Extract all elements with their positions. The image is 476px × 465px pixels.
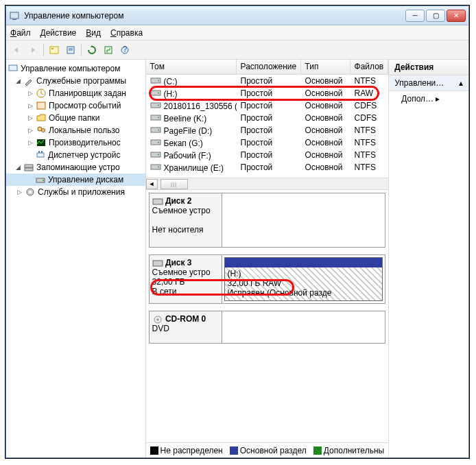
col-fs[interactable]: Файлов bbox=[350, 60, 389, 74]
svg-rect-19 bbox=[25, 165, 33, 167]
expand-icon[interactable]: ▷ bbox=[27, 90, 34, 97]
scroll-thumb[interactable]: ||| bbox=[160, 179, 188, 189]
svg-rect-42 bbox=[153, 261, 163, 266]
chevron-right-icon: ▸ bbox=[436, 94, 440, 104]
legend: Не распределен Основной раздел Дополните… bbox=[146, 442, 389, 457]
maximize-button[interactable]: ▢ bbox=[426, 10, 445, 22]
navigation-tree[interactable]: Управление компьютером ◢Служебные програ… bbox=[6, 60, 146, 457]
partition[interactable]: (H:) 32,00 ГБ RAW Исправен (Основной раз… bbox=[224, 257, 383, 301]
disk-empty bbox=[222, 193, 385, 247]
mmc-button[interactable] bbox=[47, 43, 62, 58]
volume-icon bbox=[150, 88, 161, 97]
table-row[interactable]: 20180116_130556 (I:)ПростойОсновнойCDFS bbox=[146, 99, 389, 112]
app-icon bbox=[9, 10, 20, 21]
disk-block[interactable]: Диск 3 Съемное устро 32,00 ГБ В сети (H:… bbox=[149, 254, 386, 304]
window-title: Управление компьютером bbox=[24, 11, 404, 21]
svg-point-22 bbox=[43, 180, 44, 181]
expand-icon[interactable]: ▷ bbox=[16, 189, 23, 196]
properties-button[interactable] bbox=[63, 43, 78, 58]
swatch-primary bbox=[230, 446, 238, 455]
expand-icon[interactable]: ▷ bbox=[27, 102, 34, 110]
svg-rect-20 bbox=[25, 168, 33, 171]
disk-icon bbox=[152, 198, 163, 206]
col-layout[interactable]: Расположение bbox=[237, 60, 301, 74]
tree-diskmgr[interactable]: Управление дискам bbox=[6, 174, 145, 186]
table-row[interactable]: Хранилище (E:)ПростойОсновнойNTFS bbox=[146, 161, 389, 174]
svg-text:?: ? bbox=[123, 45, 128, 54]
refresh-button[interactable] bbox=[84, 43, 99, 58]
tree-events[interactable]: ▷Просмотр событий bbox=[6, 99, 145, 112]
menu-file[interactable]: Файл bbox=[10, 28, 31, 38]
menu-action[interactable]: Действие bbox=[40, 28, 77, 38]
disk-icon bbox=[152, 259, 163, 267]
h-scrollbar[interactable]: ◄ ||| bbox=[146, 178, 389, 189]
collapse-icon[interactable]: ◢ bbox=[14, 78, 22, 85]
expand-icon[interactable]: ▷ bbox=[27, 115, 34, 122]
forward-button bbox=[25, 43, 40, 58]
disk-block[interactable]: Диск 2 Съемное устро Нет носителя bbox=[149, 193, 386, 248]
svg-rect-41 bbox=[153, 199, 163, 204]
device-icon bbox=[35, 150, 46, 160]
tree-svcapps[interactable]: ▷Службы и приложения bbox=[6, 186, 145, 198]
tree-devmgr[interactable]: Диспетчер устройс bbox=[6, 149, 145, 161]
diskmgr-icon bbox=[35, 174, 46, 185]
tree-storage[interactable]: ◢Запоминающие устро bbox=[6, 161, 145, 174]
table-row[interactable]: (H:)ПростойОсновнойRAW bbox=[146, 87, 389, 99]
tree-perf[interactable]: ▷Производительнос bbox=[6, 136, 145, 149]
titlebar[interactable]: Управление компьютером ─ ▢ ✕ bbox=[6, 6, 468, 25]
table-row[interactable]: Бекап (G:)ПростойОсновнойNTFS bbox=[146, 136, 389, 149]
tree-shared[interactable]: ▷Общие папки bbox=[6, 112, 145, 124]
collapse-icon[interactable]: ◢ bbox=[14, 164, 22, 171]
svg-point-24 bbox=[29, 191, 32, 193]
table-row[interactable]: Рабочий (F:)ПростойОсновнойNTFS bbox=[146, 149, 389, 161]
actions-more[interactable]: Допол… ▸ bbox=[389, 91, 468, 106]
svg-rect-17 bbox=[38, 151, 40, 153]
menu-help[interactable]: Справка bbox=[110, 28, 143, 38]
tree-scheduler[interactable]: ▷Планировщик задан bbox=[6, 87, 145, 99]
minimize-button[interactable]: ─ bbox=[405, 10, 425, 22]
actions-section[interactable]: Управлени…▴ bbox=[389, 75, 468, 91]
swatch-extended bbox=[313, 446, 322, 455]
svg-rect-18 bbox=[41, 151, 43, 153]
toolbar: ? bbox=[6, 40, 468, 60]
table-row[interactable]: Beeline (K:)ПростойОсновнойCDFS bbox=[146, 112, 389, 124]
scroll-left-button[interactable]: ◄ bbox=[146, 179, 158, 189]
svg-rect-10 bbox=[9, 65, 17, 71]
svg-rect-12 bbox=[37, 102, 45, 109]
main-panel: Том Расположение Тип Файлов (C:)ПростойО… bbox=[146, 60, 390, 457]
menu-view[interactable]: Вид bbox=[86, 28, 101, 38]
perf-icon bbox=[36, 137, 47, 148]
svg-point-28 bbox=[158, 92, 159, 93]
volumes-list[interactable]: Том Расположение Тип Файлов (C:)ПростойО… bbox=[146, 60, 389, 190]
computer-icon bbox=[8, 63, 19, 74]
volumes-header: Том Расположение Тип Файлов bbox=[146, 60, 389, 75]
table-row[interactable]: (C:)ПростойОсновнойNTFS bbox=[146, 75, 389, 87]
svg-rect-2 bbox=[50, 47, 58, 53]
actions-title: Действия bbox=[389, 60, 468, 75]
cd-icon bbox=[152, 315, 163, 324]
tree-users[interactable]: ▷Локальные пользо bbox=[6, 124, 145, 136]
disk-block[interactable]: CD-ROM 0 DVD bbox=[149, 311, 386, 344]
volume-icon bbox=[150, 113, 161, 121]
menubar: Файл Действие Вид Справка bbox=[6, 25, 468, 40]
col-type[interactable]: Тип bbox=[301, 60, 350, 74]
close-button[interactable]: ✕ bbox=[447, 10, 466, 22]
disk-layout[interactable]: Диск 2 Съемное устро Нет носителя Диск 3… bbox=[146, 190, 389, 442]
tree-root[interactable]: Управление компьютером bbox=[6, 62, 145, 75]
settings-button[interactable] bbox=[101, 43, 116, 58]
tree-services[interactable]: ◢Служебные программы bbox=[6, 75, 145, 87]
table-row[interactable]: PageFile (D:)ПростойОсновнойNTFS bbox=[146, 124, 389, 136]
svg-point-38 bbox=[158, 154, 159, 155]
svg-point-14 bbox=[42, 129, 45, 132]
svg-point-34 bbox=[158, 129, 159, 130]
expand-icon[interactable]: ▷ bbox=[27, 139, 34, 147]
svg-point-40 bbox=[158, 166, 159, 167]
svg-point-44 bbox=[156, 318, 158, 320]
expand-icon[interactable]: ▷ bbox=[27, 127, 34, 134]
svg-rect-1 bbox=[12, 19, 16, 20]
storage-icon bbox=[23, 162, 34, 173]
svg-point-26 bbox=[158, 80, 159, 81]
partition-header bbox=[225, 258, 383, 267]
help-button[interactable]: ? bbox=[117, 43, 132, 58]
col-volume[interactable]: Том bbox=[146, 60, 237, 74]
